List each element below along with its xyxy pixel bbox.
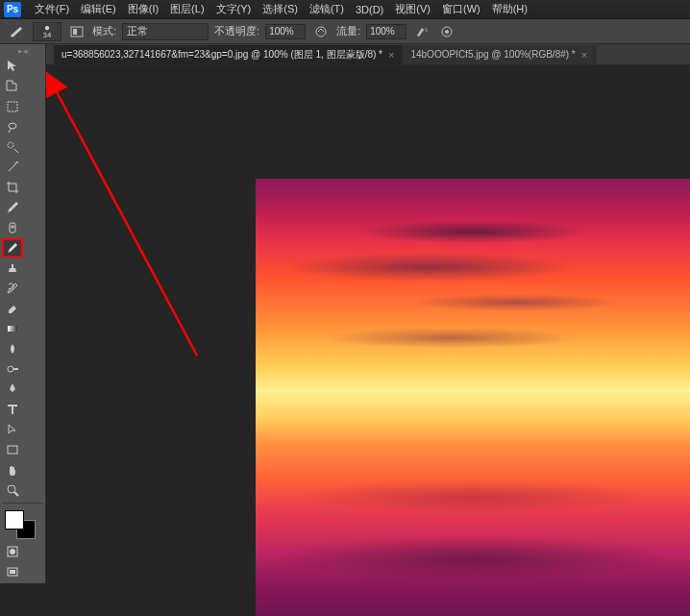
svg-point-3 — [425, 28, 427, 30]
image-content — [256, 179, 690, 616]
menu-filter[interactable]: 滤镜(T) — [304, 0, 350, 18]
flow-input[interactable] — [366, 24, 407, 39]
menu-3d[interactable]: 3D(D) — [350, 2, 389, 17]
quick-mask-toggle[interactable] — [2, 542, 23, 561]
airbrush-icon[interactable] — [412, 23, 431, 40]
brush-size-value: 34 — [43, 32, 52, 39]
tab-1-label: u=368856023,327141667&fm=23&gp=0.jpg @ 1… — [62, 48, 382, 62]
menu-image[interactable]: 图像(I) — [122, 0, 164, 18]
path-selection-tool[interactable] — [2, 420, 23, 439]
blend-mode-value: 正常 — [127, 25, 148, 37]
hand-tool[interactable] — [2, 460, 23, 480]
menu-type[interactable]: 文字(Y) — [210, 0, 258, 18]
canvas-area[interactable] — [46, 65, 690, 616]
opacity-input[interactable] — [265, 24, 306, 39]
zoom-tool[interactable] — [2, 480, 23, 500]
svg-rect-7 — [8, 102, 17, 111]
menu-help[interactable]: 帮助(H) — [486, 0, 533, 18]
svg-rect-13 — [8, 446, 17, 454]
document-tabbar: u=368856023,327141667&fm=23&gp=0.jpg @ 1… — [0, 44, 690, 65]
menu-view[interactable]: 视图(V) — [389, 0, 436, 18]
toolbox: ▸◂ — [0, 44, 46, 583]
pen-tool[interactable] — [2, 380, 23, 399]
options-bar: ● 34 模式: 正常 不透明度: 流量: — [0, 19, 690, 44]
lasso-tool[interactable] — [2, 117, 23, 136]
healing-brush-tool[interactable] — [2, 218, 23, 237]
svg-point-9 — [16, 161, 18, 163]
crop-tool[interactable] — [2, 178, 23, 197]
brush-preset-picker[interactable]: ● 34 — [33, 22, 62, 41]
app-logo: Ps — [4, 2, 21, 17]
svg-point-14 — [8, 485, 15, 493]
eyedropper-tool[interactable] — [2, 198, 23, 217]
pressure-size-icon[interactable] — [437, 23, 456, 40]
quick-selection-tool[interactable] — [2, 137, 23, 157]
svg-point-4 — [426, 30, 428, 32]
tab-2-label: 14bOOOPICf5.jpg @ 100%(RGB/8#) * — [410, 49, 575, 60]
shape-tool[interactable] — [2, 440, 23, 459]
svg-point-12 — [8, 366, 13, 372]
mode-label: 模式: — [92, 24, 116, 38]
svg-rect-18 — [10, 570, 15, 574]
menu-layer[interactable]: 图层(L) — [164, 0, 209, 18]
document-tab-1[interactable]: u=368856023,327141667&fm=23&gp=0.jpg @ 1… — [54, 45, 403, 64]
flow-label: 流量: — [336, 24, 360, 38]
move-tool[interactable] — [2, 57, 23, 76]
menu-select[interactable]: 选择(S) — [257, 0, 304, 18]
brush-tool[interactable] — [2, 238, 23, 258]
svg-point-8 — [8, 142, 13, 148]
canvas-image[interactable] — [256, 179, 690, 616]
marquee-tool[interactable] — [2, 97, 23, 116]
document-tab-2[interactable]: 14bOOOPICf5.jpg @ 100%(RGB/8#) * × — [403, 45, 596, 64]
current-tool-icon[interactable] — [6, 23, 27, 40]
close-icon[interactable]: × — [388, 49, 394, 61]
brush-panel-toggle-icon[interactable] — [67, 23, 86, 40]
svg-rect-1 — [73, 29, 77, 35]
eraser-tool[interactable] — [2, 299, 23, 318]
color-swatches — [2, 510, 43, 541]
type-tool[interactable] — [2, 400, 23, 419]
blend-mode-select[interactable]: 正常 — [122, 23, 209, 40]
menu-edit[interactable]: 编辑(E) — [75, 0, 122, 18]
menu-window[interactable]: 窗口(W) — [436, 0, 486, 18]
blur-tool[interactable] — [2, 339, 23, 358]
menu-file[interactable]: 文件(F) — [29, 0, 75, 18]
pressure-opacity-icon[interactable] — [311, 23, 331, 40]
svg-point-6 — [445, 30, 449, 34]
close-icon[interactable]: × — [581, 49, 587, 61]
gradient-tool[interactable] — [2, 319, 23, 338]
artboard-tool[interactable] — [2, 77, 23, 96]
svg-point-16 — [10, 549, 15, 554]
opacity-label: 不透明度: — [214, 24, 259, 38]
workspace — [0, 65, 690, 616]
magic-wand-tool[interactable] — [2, 158, 23, 177]
history-brush-tool[interactable] — [2, 279, 23, 298]
screen-mode-toggle[interactable] — [2, 562, 23, 581]
main-menubar: Ps 文件(F) 编辑(E) 图像(I) 图层(L) 文字(Y) 选择(S) 滤… — [0, 0, 690, 19]
toolbox-grip[interactable]: ▸◂ — [2, 46, 43, 56]
dodge-tool[interactable] — [2, 359, 23, 379]
toolbox-divider — [2, 503, 43, 504]
foreground-color[interactable] — [5, 510, 24, 530]
clone-stamp-tool[interactable] — [2, 259, 23, 278]
svg-rect-11 — [8, 326, 17, 332]
